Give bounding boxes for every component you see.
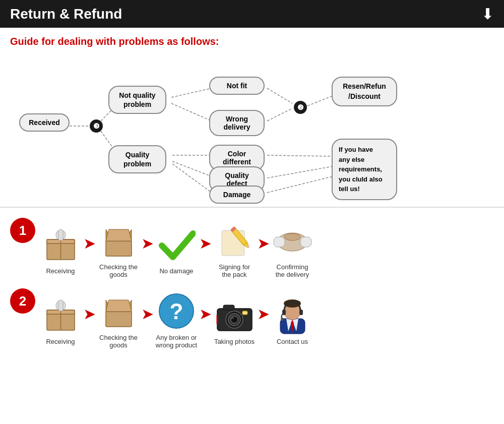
step-1-signing-label: Signing forthe pack <box>219 263 250 278</box>
step-number-1: 1 <box>10 218 35 243</box>
step-1-checking-label: Checking thegoods <box>99 263 138 278</box>
svg-point-31 <box>284 233 300 240</box>
svg-line-4 <box>171 103 212 121</box>
node-quality: Quality problem <box>108 145 166 173</box>
down-arrow-icon: ⬇ <box>481 5 494 23</box>
svg-rect-19 <box>106 241 132 256</box>
step-1-signing: Signing forthe pack <box>212 218 257 278</box>
question-mark-icon: ? <box>154 288 199 334</box>
svg-line-7 <box>172 164 212 193</box>
svg-line-11 <box>267 155 333 156</box>
step-2-photos: Taking photos <box>212 292 257 345</box>
arrow-4-5: ➤ <box>257 234 270 252</box>
box-open-icon-2 <box>96 288 141 334</box>
step-2-broken-label: Any broken orwrong product <box>156 334 197 349</box>
arrow-2-3: ➤ <box>141 234 154 252</box>
page-title: Return & Refund <box>10 6 122 22</box>
svg-line-13 <box>267 176 333 193</box>
step-2-checking-label: Checking thegoods <box>99 334 138 349</box>
svg-point-59 <box>281 318 284 321</box>
svg-line-10 <box>307 96 333 106</box>
step-1-confirming-label: Confirmingthe delivery <box>276 263 309 278</box>
checkmark-icon <box>154 222 199 267</box>
svg-point-48 <box>231 316 234 319</box>
step-2-receiving: Receiving <box>38 292 83 345</box>
flowchart-section: Received ❸ Not quality problem Quality p… <box>0 55 504 208</box>
arrow-2-2-3: ➤ <box>141 305 154 323</box>
arrow-1-2: ➤ <box>83 234 96 252</box>
person-headset-icon <box>270 292 315 338</box>
guide-subtitle: Guide for dealing with problems as follo… <box>0 36 504 55</box>
svg-rect-49 <box>242 311 247 315</box>
arrow-2-1-2: ➤ <box>83 305 96 323</box>
node-wrong-delivery: Wrong delivery <box>209 110 265 136</box>
node-resen-refun: Resen/Refun /Discount <box>332 77 397 106</box>
step-1-items: Receiving ➤ Checkin <box>38 218 494 278</box>
step-2-contact: Contact us <box>270 292 315 345</box>
box-closed-icon <box>38 222 83 267</box>
step-1-receiving: Receiving <box>38 222 83 275</box>
steps-section: 1 Receiving ➤ <box>0 208 504 369</box>
step-2-receiving-label: Receiving <box>46 338 75 345</box>
svg-line-12 <box>267 166 333 178</box>
camera-icon <box>212 292 257 338</box>
svg-marker-22 <box>106 229 132 241</box>
badge-2: ❷ <box>294 101 307 114</box>
svg-rect-36 <box>58 300 63 311</box>
arrow-2-3-4: ➤ <box>199 305 212 323</box>
step-1-confirming: Confirmingthe delivery <box>270 218 315 278</box>
step-2-contact-label: Contact us <box>277 338 308 345</box>
svg-line-8 <box>267 88 292 103</box>
step-2-photos-label: Taking photos <box>214 338 255 345</box>
step-1-nodamage: No damage <box>154 222 199 275</box>
arrow-3-4: ➤ <box>199 234 212 252</box>
svg-line-3 <box>171 88 212 97</box>
arrow-2-4-5: ➤ <box>257 305 270 323</box>
box-open-icon-1 <box>96 218 141 263</box>
node-not-quality: Not quality problem <box>108 86 166 114</box>
node-if-you-have: If you have any else requirements, you c… <box>332 139 397 200</box>
svg-text:?: ? <box>170 299 183 324</box>
svg-rect-44 <box>223 305 234 310</box>
svg-rect-30 <box>300 237 311 247</box>
svg-marker-40 <box>106 300 132 312</box>
svg-rect-29 <box>274 237 285 247</box>
svg-line-9 <box>267 108 292 121</box>
step-1-checking: Checking thegoods <box>96 218 141 278</box>
step-1-nodamage-label: No damage <box>159 267 193 275</box>
svg-rect-37 <box>106 312 132 327</box>
pencil-sign-icon <box>212 218 257 263</box>
svg-rect-58 <box>299 310 303 315</box>
node-damage: Damage <box>209 186 265 204</box>
svg-rect-18 <box>58 229 63 240</box>
node-not-fit: Not fit <box>209 77 265 95</box>
step-1-receiving-label: Receiving <box>46 267 75 275</box>
flowchart-wrapper: Received ❸ Not quality problem Quality p… <box>10 55 494 197</box>
page-header: Return & Refund ⬇ <box>0 0 504 28</box>
step-row-1: 1 Receiving ➤ <box>10 218 494 278</box>
step-row-2: 2 Receiving ➤ <box>10 288 494 349</box>
box-closed-icon-2 <box>38 292 83 338</box>
step-2-items: Receiving ➤ Checking thegoods ➤ <box>38 288 494 349</box>
step-number-2: 2 <box>10 288 35 314</box>
badge-3: ❸ <box>90 119 103 133</box>
step-2-checking: Checking thegoods <box>96 288 141 349</box>
step-2-broken: ? Any broken orwrong product <box>154 288 199 349</box>
handshake-icon <box>270 218 315 263</box>
svg-line-6 <box>172 161 212 176</box>
node-received: Received <box>19 113 70 132</box>
